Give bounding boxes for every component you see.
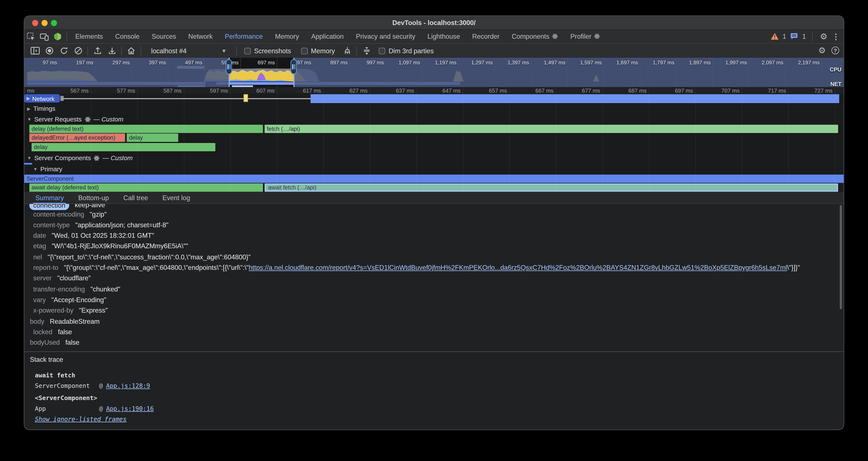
network-request-line bbox=[63, 98, 311, 99]
event-bar-await-fetch-selected[interactable]: await fetch (…/api) bbox=[265, 183, 838, 192]
show-ignore-listed-frames[interactable]: Show ignore-listed frames bbox=[35, 415, 126, 424]
tab-lighthouse[interactable]: Lighthouse bbox=[422, 30, 466, 44]
stack-frame-location[interactable]: @App.js:128:9 bbox=[99, 382, 150, 391]
minimap-time-label: 1,997 ms bbox=[725, 59, 747, 65]
property-row[interactable]: connectionkeep-alive bbox=[24, 204, 844, 210]
summary-pane[interactable]: connectionkeep-alive content-encoding"gz… bbox=[24, 204, 844, 430]
stack-frame-location[interactable]: @App.js:190:16 bbox=[99, 405, 154, 413]
timings-track-header[interactable]: ▶Timings bbox=[24, 104, 844, 114]
event-bar-delay-deferred[interactable]: delay (deferred text) bbox=[29, 124, 263, 133]
property-key: x-powered-by bbox=[33, 307, 73, 314]
server-requests-track-header[interactable]: ▼ Server Requests — Custom bbox=[24, 115, 844, 123]
timeline-minimap[interactable]: 97 ms197 ms297 ms397 ms497 ms597 ms697 m… bbox=[24, 58, 844, 87]
network-request-bar[interactable] bbox=[311, 94, 839, 103]
help-icon[interactable]: ? bbox=[832, 47, 839, 54]
network-track-row[interactable]: ▶Network bbox=[24, 94, 844, 104]
history-dropdown[interactable]: localhost #4 ▼ bbox=[148, 47, 230, 55]
react-atom-icon bbox=[594, 33, 600, 39]
stack-frame-fn: ServerComponent bbox=[35, 382, 90, 390]
stack-frame-server-component[interactable]: ServerComponent bbox=[35, 382, 90, 391]
flame-chart-tracks[interactable]: ▶Network ▶Timings ▼ Server Requests — Cu… bbox=[24, 94, 844, 192]
event-bar-delay-b[interactable]: delay bbox=[126, 134, 178, 142]
ruler-time-label: 627 ms bbox=[349, 88, 368, 94]
tab-privacy-security[interactable]: Privacy and security bbox=[350, 30, 422, 44]
collapse-shortcuts-icon[interactable] bbox=[359, 45, 374, 57]
record-icon[interactable] bbox=[42, 45, 56, 57]
tab-performance[interactable]: Performance bbox=[219, 30, 269, 44]
property-row[interactable]: bodyUsedfalse bbox=[24, 338, 844, 347]
tab-memory[interactable]: Memory bbox=[269, 30, 305, 44]
home-live-metrics-icon[interactable] bbox=[124, 45, 138, 57]
minimap-time-label: 297 ms bbox=[112, 59, 130, 65]
checkbox-box bbox=[379, 48, 385, 54]
tab-summary[interactable]: Summary bbox=[35, 191, 64, 204]
clear-icon[interactable] bbox=[71, 45, 85, 57]
event-bar-delayed-error[interactable]: delayedError (…ayed exception) bbox=[29, 134, 125, 142]
property-row[interactable]: x-powered-by"Express" bbox=[24, 305, 844, 315]
download-profile-icon[interactable] bbox=[105, 45, 119, 57]
minimap-time-label: 197 ms bbox=[76, 59, 93, 65]
tab-elements[interactable]: Elements bbox=[69, 30, 109, 44]
capture-settings-gear-icon[interactable]: ⚙ bbox=[817, 44, 827, 56]
show-ignore-listed-frames-link[interactable]: Show ignore-listed frames bbox=[35, 416, 126, 423]
property-row[interactable]: server"cloudflare" bbox=[24, 273, 844, 283]
show-sidebar-icon[interactable] bbox=[28, 45, 42, 57]
minimap-time-label: 1,297 ms bbox=[471, 59, 493, 65]
property-value-suffix: \"}]}" bbox=[787, 264, 800, 271]
property-row[interactable]: bodyReadableStream bbox=[24, 316, 844, 326]
property-row[interactable]: lockedfalse bbox=[24, 327, 844, 337]
network-track-header[interactable]: ▶Network bbox=[24, 94, 60, 103]
tab-recorder[interactable]: Recorder bbox=[466, 30, 505, 44]
property-row[interactable]: transfer-encoding"chunked" bbox=[24, 284, 844, 294]
stack-frame-label: await fetch bbox=[35, 372, 75, 379]
window-resize-handle-right[interactable] bbox=[291, 59, 297, 74]
stack-frame-app[interactable]: App bbox=[35, 405, 46, 413]
event-bar-delay-c[interactable]: delay bbox=[32, 143, 215, 151]
device-toolbar-icon[interactable] bbox=[38, 31, 51, 42]
property-row[interactable]: vary"Accept-Encoding" bbox=[24, 295, 844, 305]
event-bar-server-component[interactable]: ServerComponent bbox=[24, 174, 844, 182]
reload-record-icon[interactable] bbox=[56, 45, 71, 57]
tab-event-log[interactable]: Event log bbox=[162, 191, 190, 204]
source-link[interactable]: App.js:190:16 bbox=[106, 405, 154, 412]
property-row[interactable]: date"Wed, 01 Oct 2025 18:32:01 GMT" bbox=[24, 231, 844, 240]
inspect-element-icon[interactable] bbox=[24, 31, 38, 42]
property-row[interactable]: etag"W/\"4b1-RjEJloX9kRinu6F0MAZMmy6E5iA… bbox=[24, 241, 844, 251]
primary-group-header[interactable]: ▼ Primary bbox=[24, 165, 844, 173]
nodejs-icon[interactable] bbox=[51, 31, 64, 42]
event-bar-fetch-api[interactable]: fetch (…/api) bbox=[265, 124, 838, 133]
property-key: content-encoding bbox=[33, 211, 84, 218]
warning-icon[interactable] bbox=[770, 33, 779, 40]
vertical-scrollbar[interactable] bbox=[840, 205, 842, 309]
event-bar-await-delay[interactable]: await delay (deferred text) bbox=[29, 183, 263, 192]
report-to-url-link[interactable]: https://a.nel.cloudflare.com/report/v4?s… bbox=[249, 264, 787, 271]
property-row-report-to[interactable]: report-to"{\"group\":\"cf-nel\",\"max_ag… bbox=[24, 263, 844, 273]
screenshots-checkbox[interactable]: Screenshots bbox=[244, 47, 291, 55]
memory-checkbox[interactable]: Memory bbox=[301, 47, 335, 55]
server-components-track-header[interactable]: ▼ Server Components — Custom bbox=[24, 153, 844, 162]
kebab-menu-icon[interactable]: ⋮ bbox=[833, 31, 839, 42]
react-atom-icon bbox=[84, 116, 91, 122]
tab-call-tree[interactable]: Call tree bbox=[123, 191, 148, 204]
tab-profiler[interactable]: Profiler bbox=[564, 30, 607, 44]
chevron-right-icon: ▶ bbox=[27, 106, 31, 111]
tab-network[interactable]: Network bbox=[182, 30, 219, 44]
upload-profile-icon[interactable] bbox=[90, 45, 104, 57]
issues-message-icon[interactable] bbox=[790, 33, 798, 40]
message-count: 1 bbox=[802, 32, 806, 40]
window-resize-handle-left[interactable] bbox=[226, 59, 232, 74]
tab-sources[interactable]: Sources bbox=[146, 30, 182, 44]
tab-components[interactable]: Components bbox=[505, 30, 564, 44]
tab-application[interactable]: Application bbox=[305, 30, 350, 44]
property-row[interactable]: nel"{\"report_to\":\"cf-nel\",\"success_… bbox=[24, 252, 844, 262]
garbage-collect-icon[interactable] bbox=[340, 45, 354, 57]
settings-gear-icon[interactable]: ⚙ bbox=[819, 31, 829, 42]
source-link[interactable]: App.js:128:9 bbox=[106, 382, 150, 390]
property-row[interactable]: content-type"application/json; charset=u… bbox=[24, 220, 844, 230]
tab-console[interactable]: Console bbox=[109, 30, 146, 44]
network-request-highlight[interactable] bbox=[244, 94, 248, 102]
property-row[interactable]: content-encoding"gzip" bbox=[24, 209, 844, 220]
property-key-selected[interactable]: connection bbox=[29, 204, 69, 210]
tab-bottom-up[interactable]: Bottom-up bbox=[78, 191, 109, 204]
dim-third-parties-checkbox[interactable]: Dim 3rd parties bbox=[379, 47, 434, 55]
